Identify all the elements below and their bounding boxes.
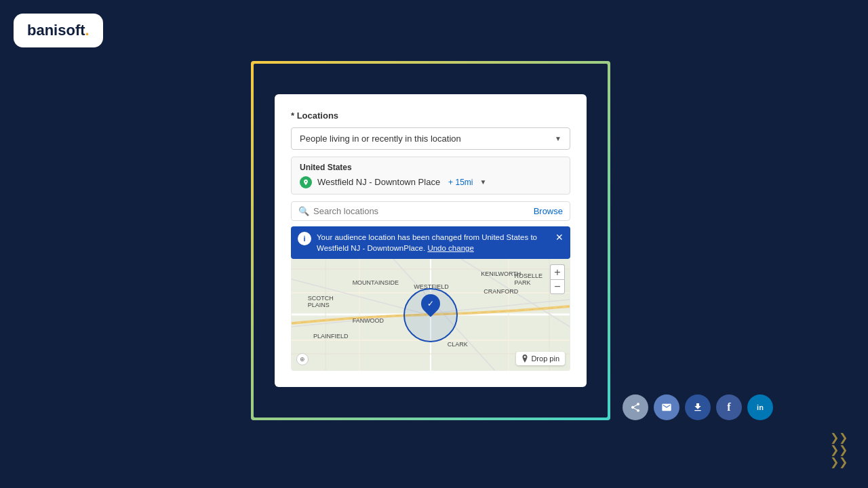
chevron-decoration: ❯ ❯ ❯ ❯ ❯ ❯ [830, 432, 848, 468]
search-locations-input[interactable] [313, 206, 534, 216]
compass-icon[interactable]: ⊕ [296, 353, 309, 365]
map-area: MOUNTAINSIDE KENILWORTH SCOTCHPLAINS WES… [291, 259, 570, 371]
download-button[interactable] [685, 394, 711, 420]
radius-dropdown-icon[interactable]: ▼ [479, 178, 486, 186]
chevron-icon-2: ❯ [839, 432, 848, 443]
browse-link[interactable]: Browse [534, 206, 563, 216]
outer-frame: * Locations People living in or recently… [251, 61, 610, 420]
frame-inner: * Locations People living in or recently… [254, 64, 608, 418]
checkmark-icon: ✓ [427, 299, 434, 308]
drop-pin-label: Drop pin [531, 354, 559, 363]
logo-text: banisoft. [27, 22, 90, 39]
download-icon [692, 402, 703, 413]
chevron-icon-5: ❯ [830, 457, 839, 468]
chevron-icon-6: ❯ [839, 457, 848, 468]
logo-dot: . [85, 22, 90, 39]
zoom-in-button[interactable]: + [550, 264, 565, 279]
linkedin-share-button[interactable]: in [747, 394, 773, 420]
chevron-down-icon: ▼ [555, 135, 561, 142]
facebook-icon: f [727, 401, 730, 413]
map-pin: ✓ [417, 290, 444, 317]
map-zoom-controls: + − [550, 264, 565, 294]
location-name: Westfield NJ - Downtown Place [317, 177, 440, 187]
drop-pin-button[interactable]: Drop pin [516, 352, 565, 365]
search-bar: 🔍 Browse [291, 201, 570, 221]
dropdown-value: People living in or recently in this loc… [300, 134, 461, 144]
logo-word: banisoft [27, 22, 85, 39]
map-pin-container: ✓ [421, 294, 440, 313]
share-icon [630, 402, 641, 413]
logo-container: banisoft. [14, 14, 103, 47]
country-label: United States [300, 163, 561, 172]
location-box: United States Westfield NJ - Downtown Pl… [291, 157, 570, 195]
locations-label-text: * Locations [291, 110, 338, 121]
close-icon[interactable]: ✕ [551, 232, 564, 243]
chevron-icon-3: ❯ [830, 445, 839, 455]
notification-banner: i Your audience location has been change… [291, 226, 570, 259]
email-share-button[interactable] [654, 394, 679, 420]
email-icon [661, 402, 672, 413]
info-icon: i [298, 232, 311, 245]
undo-link[interactable]: Undo change [427, 244, 473, 252]
location-radius: + 15mi [448, 178, 473, 187]
pin-icon [521, 354, 528, 363]
zoom-out-button[interactable]: − [550, 279, 565, 294]
share-button[interactable] [623, 394, 648, 420]
audience-type-dropdown[interactable]: People living in or recently in this loc… [291, 127, 570, 150]
facebook-share-button[interactable]: f [716, 394, 742, 420]
search-icon: 🔍 [298, 206, 309, 216]
location-item: Westfield NJ - Downtown Place + 15mi ▼ [300, 176, 561, 188]
chevron-icon-4: ❯ [839, 445, 848, 455]
share-buttons-container: f in [0, 394, 780, 420]
chevron-icon-1: ❯ [830, 432, 839, 443]
locations-label: * Locations [291, 110, 570, 121]
main-card: * Locations People living in or recently… [275, 94, 587, 387]
linkedin-icon: in [757, 403, 764, 411]
notification-text: Your audience location has been changed … [317, 232, 551, 253]
location-pin-icon [300, 176, 312, 188]
